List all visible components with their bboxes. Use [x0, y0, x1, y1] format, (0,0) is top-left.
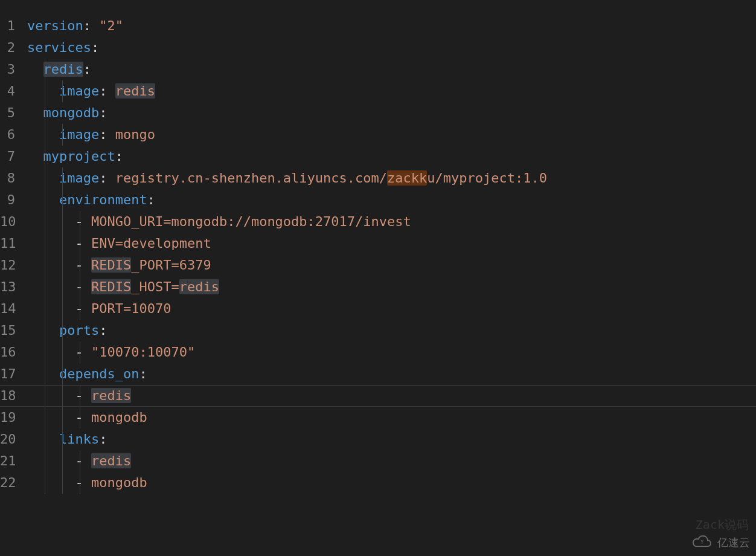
- code-line: - redis: [27, 450, 756, 472]
- cloud-icon: Y: [692, 534, 713, 551]
- watermark-text: 亿速云: [717, 535, 750, 550]
- line-number: 11: [0, 233, 15, 254]
- svg-text:Y: Y: [700, 539, 704, 545]
- code-line: - MONGO_URI=mongodb://mongodb:27017/inve…: [27, 211, 756, 233]
- code-line: - "10070:10070": [27, 341, 756, 363]
- code-area[interactable]: version: "2"services: redis: image: redi…: [27, 0, 756, 556]
- line-number: 16: [0, 341, 15, 363]
- line-number: 14: [0, 298, 15, 320]
- code-line: environment:: [27, 189, 756, 211]
- line-number: 22: [0, 472, 15, 494]
- line-number: 18: [0, 385, 15, 407]
- line-number: 21: [0, 450, 15, 472]
- code-line: version: "2": [27, 15, 756, 37]
- code-line: - PORT=10070: [27, 298, 756, 320]
- line-number: 17: [0, 363, 15, 385]
- line-number: 3: [0, 59, 15, 80]
- line-number: 5: [0, 102, 15, 124]
- line-number: 13: [0, 276, 15, 298]
- line-number: 6: [0, 124, 15, 146]
- code-line: - redis: [27, 385, 756, 407]
- line-number: 4: [0, 80, 15, 102]
- code-line: myproject:: [27, 146, 756, 167]
- code-line: ports:: [27, 320, 756, 341]
- line-number: 8: [0, 167, 15, 189]
- line-number: 1: [0, 15, 15, 37]
- watermark: Y 亿速云: [692, 534, 750, 551]
- code-line: redis:: [27, 59, 756, 80]
- code-line: image: redis: [27, 80, 756, 102]
- line-number: 15: [0, 320, 15, 341]
- faded-watermark: Zack说码: [696, 517, 749, 533]
- code-line: image: mongo: [27, 124, 756, 146]
- code-line: image: registry.cn-shenzhen.aliyuncs.com…: [27, 167, 756, 189]
- code-editor[interactable]: 12345678910111213141516171819202122 vers…: [0, 0, 756, 556]
- line-number: 19: [0, 407, 15, 428]
- code-line: services:: [27, 37, 756, 59]
- line-number: 20: [0, 428, 15, 450]
- line-number: 7: [0, 146, 15, 167]
- line-gutter: 12345678910111213141516171819202122: [0, 0, 27, 556]
- line-number: 12: [0, 254, 15, 276]
- line-number: 9: [0, 189, 15, 211]
- line-number: 2: [0, 37, 15, 59]
- code-line: depends_on:: [27, 363, 756, 385]
- code-line: - mongodb: [27, 407, 756, 428]
- code-line: - ENV=development: [27, 233, 756, 254]
- code-line: links:: [27, 428, 756, 450]
- line-number: 10: [0, 211, 15, 233]
- code-line: - REDIS_HOST=redis: [27, 276, 756, 298]
- code-line: - mongodb: [27, 472, 756, 494]
- code-line: mongodb:: [27, 102, 756, 124]
- code-line: - REDIS_PORT=6379: [27, 254, 756, 276]
